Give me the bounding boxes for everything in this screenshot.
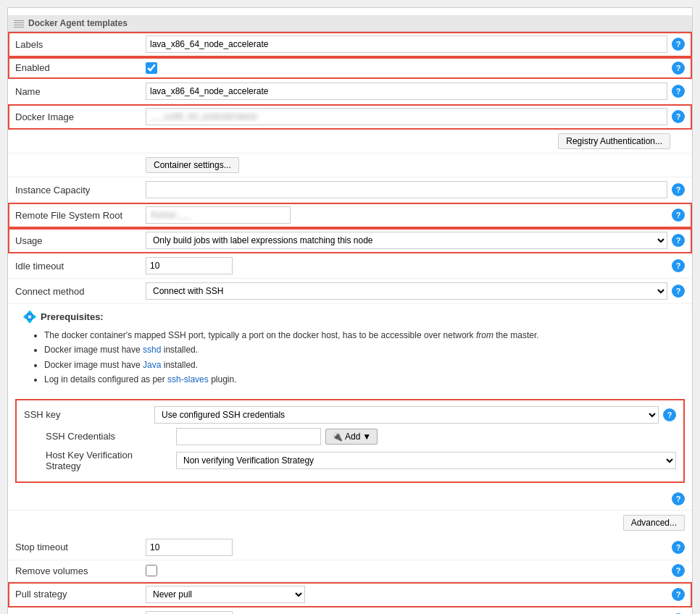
pull-strategy-control: Never pull (146, 586, 667, 603)
idle-timeout-control (146, 257, 667, 274)
prereq-item-4: Log in details configured as per ssh-sla… (44, 372, 678, 387)
docker-image-label: Docker Image (15, 112, 146, 122)
instance-capacity-control (146, 181, 667, 198)
usage-row: Usage Only build jobs with label express… (8, 228, 692, 253)
ssh-section: SSH key Use configured SSH credentials ?… (15, 399, 685, 483)
pull-timeout-input[interactable] (146, 611, 233, 614)
idle-timeout-label: Idle timeout (15, 261, 146, 272)
prereq-ssh-slaves-link[interactable]: ssh-slaves (167, 374, 209, 384)
prereq-text-2a: Docker image must have (44, 345, 143, 355)
ssh-key-label: SSH key (24, 409, 154, 420)
section-title: Docker Agent templates (28, 18, 128, 28)
docker-image-control (146, 108, 667, 125)
instance-capacity-help-icon[interactable]: ? (672, 183, 685, 196)
host-key-label: Host Key Verification Strategy (46, 450, 176, 471)
container-settings-row: Container settings... (8, 154, 692, 177)
pull-strategy-help-icon[interactable]: ? (672, 588, 685, 601)
name-label: Name (15, 86, 146, 97)
prereq-text-1: The docker container's mapped SSH port, … (44, 330, 476, 340)
prereq-text-2b: installed. (161, 345, 198, 355)
host-key-row: Host Key Verification Strategy Non verif… (46, 450, 676, 471)
pull-timeout-control (146, 611, 667, 614)
prereq-item-1: The docker container's mapped SSH port, … (44, 328, 678, 342)
prerequisites-section: 💠 Prerequisites: The docker container's … (8, 304, 692, 393)
enabled-checkbox[interactable] (146, 62, 157, 74)
enabled-label: Enabled (15, 62, 146, 73)
stop-timeout-input[interactable] (146, 539, 233, 556)
stop-timeout-label: Stop timeout (15, 542, 146, 552)
remote-fs-help-icon[interactable]: ? (672, 209, 685, 222)
add-btn-label: Add (345, 432, 360, 442)
host-key-control: Non verifying Verification Strategy (176, 452, 676, 469)
pull-timeout-row: Pull timeout ? (8, 607, 692, 614)
ssh-credentials-row: SSH Credentials 🔌 Add ▼ (46, 428, 676, 445)
pull-strategy-select[interactable]: Never pull (146, 586, 305, 603)
section-header: Docker Agent templates (8, 15, 692, 32)
labels-input[interactable] (146, 35, 667, 53)
remote-fs-row: Remote File System Root ? (8, 203, 692, 228)
ssh-section-help-icon[interactable]: ? (672, 492, 685, 505)
prereq-java-link[interactable]: Java (143, 360, 161, 370)
prereq-item-2: Docker image must have sshd installed. (44, 342, 678, 357)
instance-capacity-row: Instance Capacity ? (8, 177, 692, 203)
container-settings-button[interactable]: Container settings... (146, 157, 239, 173)
ssh-credentials-label: SSH Credentials (46, 431, 176, 442)
pull-strategy-row: Pull strategy Never pull ? (8, 582, 692, 607)
prerequisites-icon: 💠 (22, 310, 37, 324)
labels-control (146, 35, 667, 53)
docker-image-row: Docker Image ? (8, 104, 692, 130)
prereq-text-3a: Docker image must have (44, 360, 143, 370)
idle-timeout-help-icon[interactable]: ? (672, 259, 685, 272)
prereq-item-3: Docker image must have Java installed. (44, 358, 678, 372)
instance-capacity-label: Instance Capacity (15, 185, 146, 195)
docker-image-help-icon[interactable]: ? (672, 110, 685, 123)
enabled-control (146, 62, 667, 74)
ssh-key-help-icon[interactable]: ? (663, 408, 676, 421)
ssh-key-row: SSH key Use configured SSH credentials ? (24, 406, 676, 424)
ssh-key-control: Use configured SSH credentials (154, 406, 659, 424)
name-help-icon[interactable]: ? (672, 85, 685, 98)
pull-strategy-label: Pull strategy (15, 589, 146, 600)
name-control (146, 83, 667, 100)
remove-volumes-checkbox[interactable] (146, 565, 157, 576)
ssh-credentials-control: 🔌 Add ▼ (176, 428, 676, 445)
prereq-sshd-link[interactable]: sshd (143, 345, 161, 355)
drag-handle[interactable] (14, 19, 24, 28)
enabled-help-icon[interactable]: ? (672, 62, 685, 75)
usage-label: Usage (15, 235, 146, 246)
connect-method-row: Connect method Connect with SSH ? (8, 279, 692, 304)
remove-volumes-help-icon[interactable]: ? (672, 564, 685, 577)
name-input[interactable] (146, 83, 667, 100)
docker-image-input[interactable] (146, 108, 667, 125)
prerequisites-title: Prerequisites: (41, 311, 104, 322)
instance-capacity-input[interactable] (146, 181, 667, 198)
remote-fs-input[interactable] (146, 206, 291, 224)
stop-timeout-help-icon[interactable]: ? (672, 541, 685, 554)
add-dropdown-icon: ▼ (362, 432, 371, 442)
usage-select[interactable]: Only build jobs with label expressions m… (146, 232, 667, 249)
labels-help-icon[interactable]: ? (672, 38, 685, 51)
advanced-button[interactable]: Advanced... (623, 515, 685, 531)
usage-control: Only build jobs with label expressions m… (146, 232, 667, 249)
prerequisites-header: 💠 Prerequisites: (22, 310, 678, 324)
idle-timeout-row: Idle timeout ? (8, 253, 692, 279)
docker-agent-templates-container: Docker Agent templates Labels ? Enabled … (7, 7, 693, 614)
remote-fs-label: Remote File System Root (15, 210, 146, 221)
prereq-text-4a: Log in details configured as per (44, 374, 167, 384)
idle-timeout-input[interactable] (146, 257, 233, 274)
connect-method-help-icon[interactable]: ? (672, 285, 685, 298)
ssh-help-row: ? (8, 489, 692, 510)
enabled-row: Enabled ? (8, 57, 692, 79)
connect-method-select[interactable]: Connect with SSH (146, 282, 667, 300)
remote-fs-control (146, 206, 667, 224)
registry-authentication-button[interactable]: Registry Authentication... (558, 133, 670, 149)
ssh-key-select[interactable]: Use configured SSH credentials (154, 406, 659, 424)
host-key-select[interactable]: Non verifying Verification Strategy (176, 452, 676, 469)
usage-help-icon[interactable]: ? (672, 234, 685, 247)
advanced-row: Advanced... (8, 510, 692, 535)
remove-volumes-label: Remove volumes (15, 565, 146, 576)
remove-volumes-control (146, 565, 667, 576)
add-credentials-button[interactable]: 🔌 Add ▼ (325, 429, 378, 445)
ssh-credentials-select[interactable] (176, 428, 321, 445)
labels-label: Labels (15, 39, 146, 50)
